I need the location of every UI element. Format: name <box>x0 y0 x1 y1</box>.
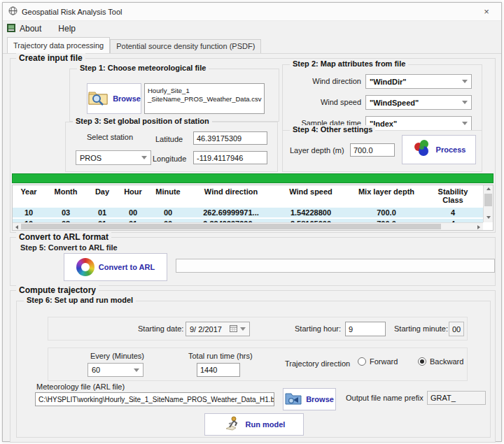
compute-trajectory-group: Compute trajectory Step 6: Set up and ru… <box>10 290 496 443</box>
table-cell: 00 <box>148 208 188 217</box>
process-progress-bar <box>12 173 493 183</box>
table-cell: 262.69999971... <box>188 208 274 217</box>
column-header[interactable]: Stability Class <box>426 185 480 206</box>
output-prefix-field[interactable]: GRAT_ <box>427 391 486 405</box>
column-header[interactable]: Minute <box>148 185 188 206</box>
starting-hour-field[interactable]: 9 <box>345 322 386 336</box>
layer-depth-label: Layer depth (m) <box>290 146 344 155</box>
convert-to-arl-button[interactable]: Convert to ARL <box>64 253 167 281</box>
step4-title: Step 4: Other settings <box>290 125 375 134</box>
column-header[interactable]: Month <box>45 185 87 206</box>
menu-item-about[interactable]: About <box>18 22 47 35</box>
every-minutes-select[interactable]: 60 <box>88 363 144 377</box>
vertical-scroll-thumb[interactable] <box>484 194 492 206</box>
station-value: PROS <box>80 154 139 162</box>
close-button[interactable]: × <box>477 6 496 17</box>
forward-radio-label: Forward <box>370 357 398 366</box>
compute-trajectory-title: Compute trajectory <box>16 285 99 295</box>
browse-arl-file-label: Browse <box>306 395 334 403</box>
table-cell: 1.54228800 <box>274 208 347 217</box>
runner-icon <box>223 415 241 434</box>
scroll-right-icon[interactable] <box>477 225 480 229</box>
column-header[interactable]: Hour <box>118 185 148 206</box>
longitude-label: Longitude <box>153 155 186 163</box>
met-csv-file-field[interactable]: Hourly_Site_1 _SiteName_PROS_Weather_Dat… <box>144 83 265 114</box>
step1-group: Step 1: Choose meteorological file Brows… <box>69 69 279 122</box>
menu-item-help[interactable]: Help <box>57 22 81 35</box>
step4-group: Step 4: Other settings Layer depth (m) 7… <box>282 130 482 172</box>
process-label: Process <box>436 145 466 154</box>
radio-unchecked-icon <box>358 357 366 366</box>
table-row[interactable]: 10 03 01 00 00 262.69999971... 1.5422880… <box>13 206 483 217</box>
process-button[interactable]: Process <box>402 135 476 164</box>
met-csv-file-line1: Hourly_Site_1 <box>148 87 261 95</box>
tab-psdf[interactable]: Potential source density function (PSDF) <box>110 39 261 53</box>
step6-title: Step 6: Set up and run model <box>24 296 136 304</box>
starting-minute-field[interactable]: 00 <box>449 322 464 336</box>
met-arl-file-field[interactable]: C:\HYSPLIT\working\Hourly_Site_1_SiteNam… <box>35 392 274 406</box>
rgb-spheres-icon <box>412 139 432 160</box>
wind-speed-value: "WindSpeed" <box>370 99 459 107</box>
browse-met-file-button[interactable]: Browse <box>87 83 141 114</box>
chevron-down-icon <box>240 327 246 331</box>
menu-bar: About Help <box>3 21 501 36</box>
tab-trajectory-data-processing[interactable]: Trajectory data processing <box>7 37 110 53</box>
every-minutes-value: 60 <box>92 366 131 374</box>
latitude-label: Latitude <box>155 135 183 143</box>
tab-strip: Trajectory data processing Potential sou… <box>3 36 501 53</box>
convert-arl-group-title: Convert to ARL format <box>16 232 111 242</box>
create-input-file-title: Create input file <box>16 53 85 63</box>
chevron-down-icon <box>141 156 147 159</box>
step2-title: Step 2: Map attributes from file <box>290 59 408 68</box>
starting-date-picker[interactable]: 9/ 2/2017 <box>186 322 250 336</box>
sample-date-time-select[interactable]: "Index" <box>365 116 472 131</box>
title-bar: Geospatial Risk Analysis Tool × <box>3 3 501 21</box>
starting-date-value: 9/ 2/2017 <box>190 325 230 334</box>
radio-checked-icon <box>418 357 426 366</box>
start-datetime-panel: Starting date: 9/ 2/2017 Starting hour: … <box>48 317 468 341</box>
run-model-button[interactable]: Run model <box>204 413 304 436</box>
met-arl-file-label: Meteorology file (ARL file) <box>36 382 125 391</box>
scroll-left-icon[interactable] <box>15 225 18 229</box>
step3-title: Step 3: Set global position of station <box>73 117 212 125</box>
about-menu-icon <box>7 22 15 35</box>
latitude-field[interactable]: 46.39175309 <box>193 131 267 145</box>
blue-folder-icon <box>285 391 302 408</box>
convert-arl-group: Convert to ARL format Step 5: Convert to… <box>10 237 496 286</box>
output-prefix-label: Output file name prefix <box>346 394 424 402</box>
column-header[interactable]: Year <box>13 185 45 206</box>
table-cell: 700.0 <box>347 208 426 217</box>
horizontal-scrollbar[interactable] <box>13 222 483 230</box>
layer-depth-field[interactable]: 700.0 <box>350 143 395 157</box>
wind-speed-label: Wind speed <box>283 98 361 106</box>
calendar-icon <box>230 324 237 334</box>
column-header[interactable]: Wind speed <box>274 185 347 206</box>
forward-radio[interactable]: Forward <box>358 357 398 366</box>
total-run-time-field[interactable]: 1440 <box>197 363 240 377</box>
vertical-scrollbar[interactable] <box>483 185 493 222</box>
run-model-label: Run model <box>246 420 286 429</box>
folder-search-icon <box>88 89 108 108</box>
horizontal-scroll-thumb[interactable] <box>21 224 441 229</box>
scroll-up-icon[interactable] <box>486 187 491 190</box>
scroll-down-icon[interactable] <box>486 216 491 219</box>
wind-speed-select[interactable]: "WindSpeed" <box>365 95 472 110</box>
step5-title: Step 5: Convert to ARL file <box>20 243 118 252</box>
column-header[interactable]: Day <box>87 185 118 206</box>
browse-arl-file-button[interactable]: Browse <box>283 388 336 410</box>
step3-group: Step 3: Set global position of station S… <box>65 122 278 172</box>
app-window: Geospatial Risk Analysis Tool × About He… <box>2 2 502 442</box>
app-icon <box>8 6 18 18</box>
tab-content: Create input file Step 1: Choose meteoro… <box>3 53 501 441</box>
step1-title: Step 1: Choose meteorological file <box>77 64 209 72</box>
longitude-field[interactable]: -119.4117946 <box>193 151 267 164</box>
station-select[interactable]: PROS <box>76 150 151 165</box>
starting-hour-label: Starting hour: <box>295 324 341 333</box>
wind-direction-select[interactable]: "WindDir" <box>365 74 472 89</box>
column-header[interactable]: Mix layer depth <box>347 185 426 206</box>
backward-radio[interactable]: Backward <box>418 357 463 366</box>
column-header[interactable]: Wind direction <box>188 185 274 206</box>
run-options-panel: Every (Minutes) 60 Total run time (hrs) … <box>48 348 468 381</box>
rainbow-ring-icon <box>76 258 94 276</box>
window-title: Geospatial Risk Analysis Tool <box>22 8 122 16</box>
